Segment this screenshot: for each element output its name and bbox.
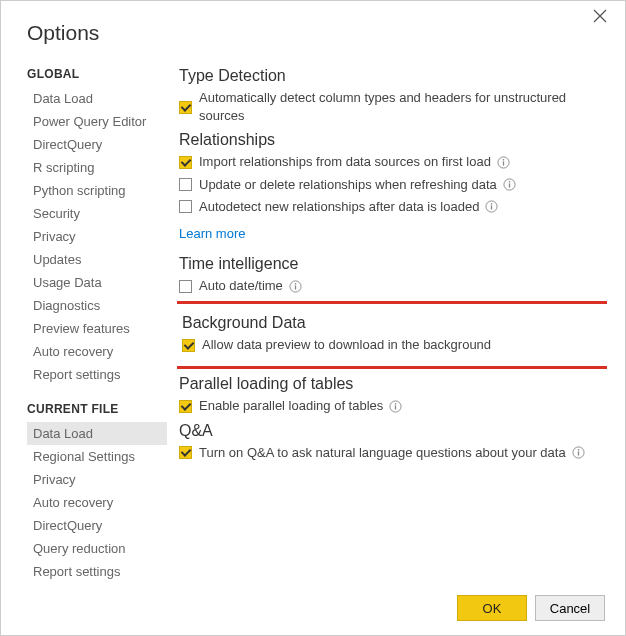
sidebar-item[interactable]: Data Load <box>27 422 167 445</box>
info-icon[interactable] <box>485 200 498 213</box>
checkbox[interactable] <box>179 101 192 114</box>
option-row: Update or delete relationships when refr… <box>179 176 607 194</box>
option-label: Auto date/time <box>199 277 283 295</box>
ok-button[interactable]: OK <box>457 595 527 621</box>
options-dialog: Options GLOBAL Data LoadPower Query Edit… <box>1 1 625 635</box>
sidebar-item[interactable]: Privacy <box>27 468 167 491</box>
sidebar-item[interactable]: Report settings <box>27 560 167 583</box>
info-icon[interactable] <box>389 400 402 413</box>
sidebar-item[interactable]: Power Query Editor <box>27 110 167 133</box>
sidebar-item[interactable]: Auto recovery <box>27 491 167 514</box>
checkbox[interactable] <box>179 446 192 459</box>
sidebar-item[interactable]: R scripting <box>27 156 167 179</box>
checkbox[interactable] <box>179 200 192 213</box>
info-icon[interactable] <box>572 446 585 459</box>
section-background-data: Background Data Allow data preview to do… <box>182 314 604 354</box>
sidebar-item[interactable]: Usage Data <box>27 271 167 294</box>
svg-rect-10 <box>491 206 492 210</box>
svg-point-15 <box>395 403 397 405</box>
section-relationships: Relationships Import relationships from … <box>179 131 607 249</box>
sidebar: GLOBAL Data LoadPower Query EditorDirect… <box>27 61 167 585</box>
highlighted-section: Background Data Allow data preview to do… <box>177 301 607 369</box>
sidebar-item[interactable]: DirectQuery <box>27 514 167 537</box>
sidebar-item[interactable]: Python scripting <box>27 179 167 202</box>
option-row: Allow data preview to download in the ba… <box>182 336 604 354</box>
section-heading: Type Detection <box>179 67 607 85</box>
nav-group-label: GLOBAL <box>27 67 167 81</box>
option-label: Update or delete relationships when refr… <box>199 176 497 194</box>
option-row: Auto date/time <box>179 277 607 295</box>
sidebar-item[interactable]: DirectQuery <box>27 133 167 156</box>
section-type-detection: Type Detection Automatically detect colu… <box>179 67 607 125</box>
option-row: Turn on Q&A to ask natural language ques… <box>179 444 607 462</box>
dialog-title: Options <box>27 21 607 45</box>
section-heading: Time intelligence <box>179 255 607 273</box>
section-heading: Q&A <box>179 422 607 440</box>
section-heading: Background Data <box>182 314 604 332</box>
option-row: Automatically detect column types and he… <box>179 89 607 125</box>
sidebar-item[interactable]: Auto recovery <box>27 340 167 363</box>
info-icon[interactable] <box>497 156 510 169</box>
svg-point-18 <box>577 449 579 451</box>
svg-rect-19 <box>578 451 579 455</box>
learn-more-link[interactable]: Learn more <box>179 226 245 241</box>
checkbox[interactable] <box>179 156 192 169</box>
dialog-footer: OK Cancel <box>27 585 607 635</box>
option-row: Enable parallel loading of tables <box>179 397 607 415</box>
sidebar-item[interactable]: Query reduction <box>27 537 167 560</box>
option-label: Autodetect new relationships after data … <box>199 198 479 216</box>
sidebar-item[interactable]: Privacy <box>27 225 167 248</box>
section-parallel-loading: Parallel loading of tables Enable parall… <box>179 375 607 415</box>
nav-group-global: GLOBAL Data LoadPower Query EditorDirect… <box>27 67 167 386</box>
option-row: Autodetect new relationships after data … <box>179 198 607 216</box>
content-pane: Type Detection Automatically detect colu… <box>177 61 607 585</box>
info-icon[interactable] <box>503 178 516 191</box>
section-qna: Q&A Turn on Q&A to ask natural language … <box>179 422 607 462</box>
checkbox[interactable] <box>179 400 192 413</box>
option-label: Turn on Q&A to ask natural language ques… <box>199 444 566 462</box>
sidebar-item[interactable]: Security <box>27 202 167 225</box>
svg-rect-4 <box>503 161 504 165</box>
sidebar-item[interactable]: Diagnostics <box>27 294 167 317</box>
option-label: Import relationships from data sources o… <box>199 153 491 171</box>
sidebar-item[interactable]: Updates <box>27 248 167 271</box>
section-heading: Parallel loading of tables <box>179 375 607 393</box>
close-button[interactable] <box>593 9 611 27</box>
svg-point-3 <box>503 159 505 161</box>
checkbox[interactable] <box>179 178 192 191</box>
svg-point-9 <box>491 203 493 205</box>
option-label: Automatically detect column types and he… <box>199 89 607 125</box>
checkbox[interactable] <box>182 339 195 352</box>
svg-rect-7 <box>509 184 510 188</box>
info-icon[interactable] <box>289 280 302 293</box>
svg-rect-13 <box>295 285 296 289</box>
nav-group-label: CURRENT FILE <box>27 402 167 416</box>
option-label: Enable parallel loading of tables <box>199 397 383 415</box>
sidebar-item[interactable]: Data Load <box>27 87 167 110</box>
section-heading: Relationships <box>179 131 607 149</box>
checkbox[interactable] <box>179 280 192 293</box>
sidebar-item[interactable]: Report settings <box>27 363 167 386</box>
nav-group-current-file: CURRENT FILE Data LoadRegional SettingsP… <box>27 402 167 583</box>
svg-point-12 <box>294 282 296 284</box>
section-time-intelligence: Time intelligence Auto date/time <box>179 255 607 295</box>
cancel-button[interactable]: Cancel <box>535 595 605 621</box>
option-row: Import relationships from data sources o… <box>179 153 607 171</box>
svg-rect-16 <box>395 405 396 409</box>
option-label: Allow data preview to download in the ba… <box>202 336 491 354</box>
svg-point-6 <box>508 181 510 183</box>
sidebar-item[interactable]: Regional Settings <box>27 445 167 468</box>
sidebar-item[interactable]: Preview features <box>27 317 167 340</box>
